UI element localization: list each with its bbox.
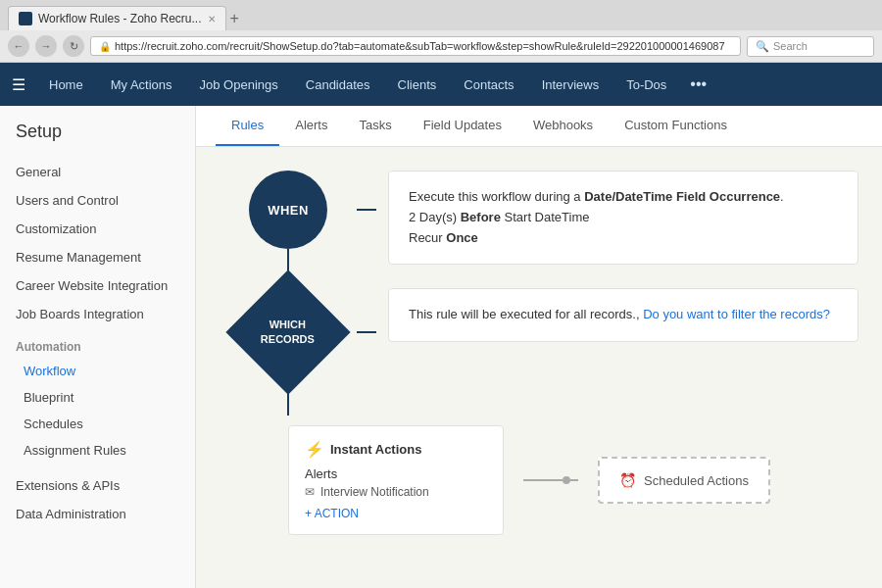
actions-connector [523, 476, 578, 484]
sidebar-item-customization[interactable]: Customization [0, 215, 195, 243]
filter-records-link[interactable]: Do you want to filter the records? [643, 307, 830, 321]
instant-actions-label: Instant Actions [330, 442, 421, 457]
sidebar-item-extensions-apis[interactable]: Extensions & APIs [0, 471, 195, 500]
search-placeholder: Search [773, 40, 808, 52]
url-text: https://recruit.zoho.com/recruit/ShowSet… [115, 40, 725, 52]
search-icon: 🔍 [756, 40, 769, 53]
sidebar-item-data-administration[interactable]: Data Administration [0, 500, 195, 528]
sidebar-subitem-schedules[interactable]: Schedules [0, 411, 195, 437]
content-area: Rules Alerts Tasks Field Updates Webhook… [196, 106, 882, 588]
tab-bar: Workflow Rules - Zoho Recru... ✕ + [0, 0, 882, 30]
nav-candidates[interactable]: Candidates [294, 63, 382, 106]
when-description: Execute this workflow during a Date/Date… [409, 187, 838, 248]
alert-item-label: Interview Notification [320, 485, 429, 499]
scheduled-actions-icon: ⏰ [619, 472, 636, 488]
forward-button[interactable]: → [35, 35, 57, 57]
actions-section: ⚡ Instant Actions Alerts ✉ Interview Not… [220, 425, 858, 535]
tab-custom-functions[interactable]: Custom Functions [609, 106, 743, 146]
alerts-label: Alerts [305, 466, 487, 481]
tab-tasks[interactable]: Tasks [343, 106, 407, 146]
which-node: WHICHRECORDS [225, 270, 350, 394]
nav-interviews[interactable]: Interviews [530, 63, 612, 106]
instant-actions-icon: ⚡ [305, 440, 324, 459]
url-bar[interactable]: 🔒 https://recruit.zoho.com/recruit/ShowS… [90, 36, 741, 56]
new-tab-button[interactable]: + [230, 10, 239, 27]
content-tab-nav: Rules Alerts Tasks Field Updates Webhook… [196, 106, 882, 147]
add-action-button[interactable]: + ACTION [305, 507, 487, 520]
main-layout: Setup General Users and Control Customiz… [0, 106, 882, 588]
back-button[interactable]: ← [8, 35, 29, 57]
which-description: This rule will be executed for all recor… [409, 305, 838, 325]
browser-search-box[interactable]: 🔍 Search [747, 36, 874, 57]
nav-job-openings[interactable]: Job Openings [188, 63, 290, 106]
when-diagram-col: WHEN [220, 171, 357, 278]
nav-bar: ☰ Home My Actions Job Openings Candidate… [0, 63, 882, 106]
email-icon: ✉ [305, 485, 315, 499]
instant-actions-title: ⚡ Instant Actions [305, 440, 487, 459]
tab-field-updates[interactable]: Field Updates [408, 106, 517, 146]
tab-close-button[interactable]: ✕ [208, 14, 216, 24]
scheduled-actions-box: ⏰ Scheduled Actions [598, 457, 770, 504]
browser-tab[interactable]: Workflow Rules - Zoho Recru... ✕ [8, 6, 226, 30]
tab-alerts[interactable]: Alerts [279, 106, 343, 146]
tab-title: Workflow Rules - Zoho Recru... [38, 12, 202, 25]
nav-more-button[interactable]: ••• [682, 75, 714, 93]
nav-home[interactable]: Home [37, 63, 95, 106]
which-info-card: This rule will be executed for all recor… [388, 288, 858, 342]
instant-actions-box: ⚡ Instant Actions Alerts ✉ Interview Not… [288, 425, 504, 535]
alert-row: ✉ Interview Notification [305, 485, 487, 499]
tab-favicon [19, 12, 32, 25]
which-connector [357, 331, 376, 333]
sidebar-section-automation: Automation [0, 332, 195, 358]
connector-line [523, 479, 563, 481]
address-bar: ← → ↻ 🔒 https://recruit.zoho.com/recruit… [0, 30, 882, 62]
when-info-card: Execute this workflow during a Date/Date… [388, 171, 858, 265]
sidebar-subitem-workflow[interactable]: Workflow [0, 358, 195, 384]
workflow-area: WHEN Execute this workflow during a Date… [196, 147, 882, 559]
sidebar: Setup General Users and Control Customiz… [0, 106, 196, 588]
when-node: WHEN [249, 171, 327, 249]
scheduled-actions-label: Scheduled Actions [644, 473, 749, 488]
sidebar-item-users-control[interactable]: Users and Control [0, 186, 195, 215]
sidebar-item-job-boards[interactable]: Job Boards Integration [0, 300, 195, 328]
lock-icon: 🔒 [99, 41, 111, 52]
nav-clients[interactable]: Clients [386, 63, 449, 106]
tab-rules[interactable]: Rules [216, 106, 279, 146]
browser-chrome: Workflow Rules - Zoho Recru... ✕ + ← → ↻… [0, 0, 882, 63]
when-label: WHEN [268, 203, 309, 218]
sidebar-title: Setup [0, 122, 195, 158]
connector-line-2 [570, 479, 578, 481]
which-row: WHICHRECORDS This rule will be executed … [220, 288, 858, 416]
nav-contacts[interactable]: Contacts [452, 63, 525, 106]
nav-my-actions[interactable]: My Actions [99, 63, 184, 106]
menu-icon[interactable]: ☰ [12, 75, 25, 94]
when-connector [357, 209, 376, 211]
which-diagram-col: WHICHRECORDS [220, 288, 357, 416]
connector-dot [563, 476, 570, 484]
sidebar-subitem-assignment-rules[interactable]: Assignment Rules [0, 437, 195, 464]
tab-webhooks[interactable]: Webhooks [517, 106, 609, 146]
actions-row: ⚡ Instant Actions Alerts ✉ Interview Not… [288, 425, 858, 535]
which-label: WHICHRECORDS [261, 318, 315, 348]
sidebar-subitem-blueprint[interactable]: Blueprint [0, 384, 195, 411]
nav-todos[interactable]: To-Dos [614, 63, 678, 106]
when-row: WHEN Execute this workflow during a Date… [220, 171, 858, 278]
refresh-button[interactable]: ↻ [63, 35, 84, 57]
sidebar-item-general[interactable]: General [0, 158, 195, 186]
sidebar-item-resume-management[interactable]: Resume Management [0, 243, 195, 271]
sidebar-item-career-website[interactable]: Career Website Integration [0, 271, 195, 300]
